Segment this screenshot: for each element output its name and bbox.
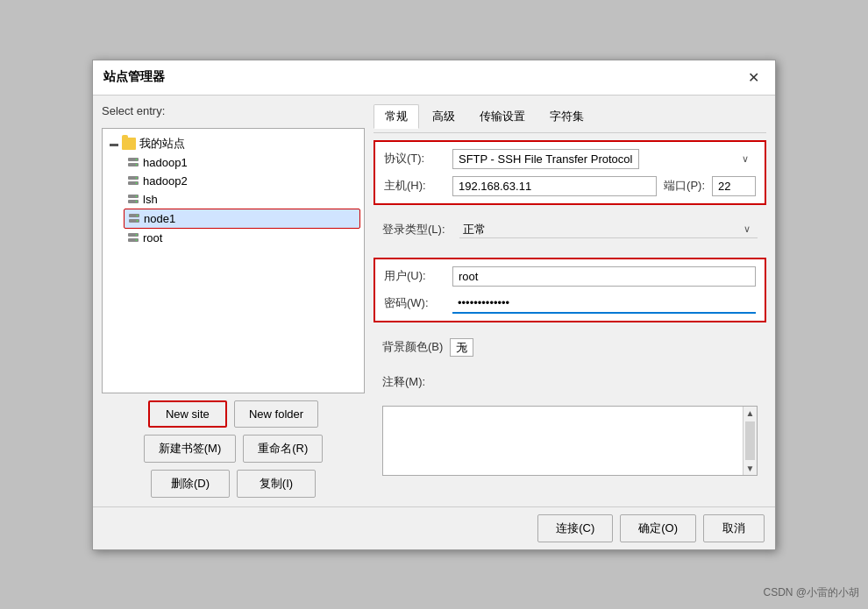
bottom-buttons-row2: 新建书签(M) 重命名(R) (102, 435, 365, 463)
tree-root[interactable]: ▬ 我的站点 (106, 134, 360, 153)
host-port-row: 主机(H): 端口(P): (384, 176, 756, 196)
user-pass-section: 用户(U): 密码(W): (374, 258, 766, 322)
bg-color-label: 背景颜色(B) (382, 339, 443, 355)
scroll-up-arrow[interactable]: ▲ (743, 407, 757, 420)
tree-item-label: node1 (144, 212, 175, 225)
new-folder-button[interactable]: New folder (234, 400, 318, 428)
ok-button[interactable]: 确定(O) (620, 514, 696, 542)
user-label: 用户(U): (384, 268, 445, 284)
protocol-select-wrapper: SFTP - SSH File Transfer Protocol (452, 149, 756, 169)
user-row: 用户(U): (384, 266, 756, 287)
svg-point-15 (137, 220, 139, 222)
tree-view[interactable]: ▬ 我的站点 hadoop1 (102, 128, 365, 393)
connect-button[interactable]: 连接(C) (537, 514, 613, 542)
port-label: 端口(P): (664, 178, 705, 194)
bg-color-select[interactable]: 无 (450, 338, 473, 357)
notes-label: 注释(M): (374, 369, 766, 395)
password-row: 密码(W): (384, 294, 756, 314)
protocol-select[interactable]: SFTP - SSH File Transfer Protocol (452, 149, 639, 169)
tab-general[interactable]: 常规 (374, 104, 419, 129)
tree-root-label: 我的站点 (139, 136, 185, 152)
right-panel: 常规 高级 传输设置 字符集 协议(T): (374, 104, 766, 498)
tab-transfer[interactable]: 传输设置 (468, 104, 537, 129)
svg-point-11 (136, 201, 138, 202)
bottom-buttons-row3: 删除(D) 复制(I) (102, 470, 365, 498)
login-type-label: 登录类型(L): (382, 222, 452, 237)
tree-item-hadoop1[interactable]: hadoop1 (124, 153, 360, 172)
password-label: 密码(W): (384, 295, 445, 311)
scroll-thumb (745, 421, 755, 460)
select-entry-label: Select entry: (102, 104, 365, 117)
protocol-host-section: 协议(T): SFTP - SSH File Transfer Protocol… (374, 140, 766, 205)
host-label: 主机(H): (384, 178, 445, 194)
notes-area[interactable]: ▲ ▼ (382, 406, 758, 476)
folder-icon (122, 138, 136, 150)
login-type-select[interactable]: 正常 (459, 221, 489, 237)
dialog-footer: 连接(C) 确定(O) 取消 (93, 506, 775, 549)
tree-item-label: lsh (143, 193, 158, 206)
watermark: CSDN @小雷的小胡 (763, 585, 859, 600)
delete-button[interactable]: 删除(D) (151, 470, 230, 498)
tree-item-label: hadoop1 (143, 156, 188, 169)
bg-color-select-wrapper: 无 (450, 338, 473, 357)
login-type-select-wrapper: 正常 (459, 221, 758, 238)
tree-item-lsh[interactable]: lsh (124, 190, 360, 209)
login-type-row: 登录类型(L): 正常 (374, 216, 766, 244)
svg-point-14 (137, 215, 139, 216)
bottom-buttons-row1: New site New folder (102, 400, 365, 428)
new-site-button[interactable]: New site (148, 400, 227, 428)
cancel-button[interactable]: 取消 (703, 514, 765, 542)
left-panel: Select entry: ▬ 我的站点 (102, 104, 365, 498)
scroll-down-arrow[interactable]: ▼ (743, 462, 757, 475)
tree-item-label: hadoop2 (143, 174, 188, 188)
close-button[interactable]: ✕ (743, 67, 765, 88)
bg-color-row: 背景颜色(B) 无 (374, 333, 766, 362)
svg-point-7 (136, 182, 138, 184)
copy-button[interactable]: 复制(I) (237, 470, 316, 498)
tree-item-hadoop2[interactable]: hadoop2 (124, 172, 360, 190)
server-icon (127, 174, 139, 187)
tab-advanced[interactable]: 高级 (421, 104, 466, 129)
tree-children: hadoop1 hadoop2 (124, 153, 360, 247)
tab-charset[interactable]: 字符集 (538, 104, 595, 129)
rename-button[interactable]: 重命名(R) (243, 435, 323, 463)
svg-point-6 (136, 177, 138, 179)
title-bar: 站点管理器 ✕ (93, 60, 775, 96)
tree-item-root[interactable]: root (124, 229, 360, 247)
notes-scrollbar[interactable]: ▲ ▼ (743, 407, 757, 475)
svg-point-10 (136, 195, 138, 197)
port-input[interactable] (712, 176, 756, 196)
new-bookmark-button[interactable]: 新建书签(M) (144, 435, 237, 463)
server-icon (127, 193, 139, 205)
svg-point-3 (136, 164, 138, 166)
svg-point-2 (136, 159, 138, 160)
host-input[interactable] (452, 176, 657, 196)
protocol-row: 协议(T): SFTP - SSH File Transfer Protocol (384, 149, 756, 169)
tree-item-node1[interactable]: node1 (124, 209, 360, 229)
password-input[interactable] (452, 294, 756, 314)
server-icon (127, 156, 139, 168)
tabs-bar: 常规 高级 传输设置 字符集 (374, 104, 766, 133)
server-icon (128, 212, 140, 224)
site-manager-dialog: 站点管理器 ✕ Select entry: ▬ 我的站点 (92, 60, 776, 550)
expand-icon: ▬ (110, 138, 118, 148)
svg-point-18 (136, 234, 138, 236)
dialog-body: Select entry: ▬ 我的站点 (93, 96, 775, 506)
server-icon (127, 231, 139, 244)
tree-item-label: root (143, 231, 162, 244)
protocol-label: 协议(T): (384, 151, 445, 166)
dialog-title: 站点管理器 (103, 69, 165, 85)
user-input[interactable] (452, 266, 756, 287)
svg-point-19 (136, 239, 138, 241)
